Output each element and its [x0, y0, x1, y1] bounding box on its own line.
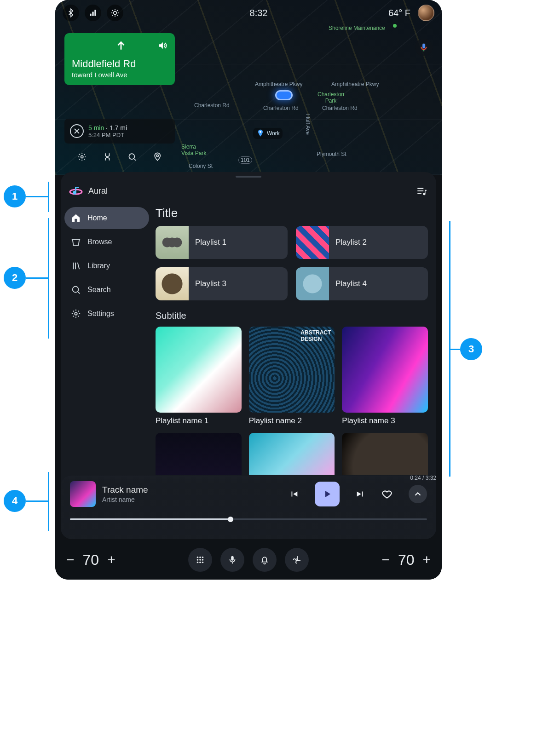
playlist-card[interactable] [249, 433, 335, 475]
expand-button[interactable] [409, 485, 427, 503]
temp-left: 70 [83, 552, 99, 569]
eta-line2: 5:24 PM PDT [88, 132, 127, 138]
bell-icon [260, 555, 270, 565]
map-label: Charleston Rd [263, 105, 299, 111]
content-area[interactable]: Title Playlist 1 Playlist 2 Playlist 3 P… [153, 204, 436, 475]
sidebar-item-library[interactable]: Library [64, 255, 149, 277]
svg-rect-3 [94, 10, 96, 16]
annotation-4-bracket [48, 472, 49, 531]
section-subtitle: Subtitle [156, 310, 428, 321]
voice-button[interactable] [415, 39, 433, 56]
annotation-2-line [26, 277, 48, 279]
playlist-tile[interactable]: Playlist 4 [296, 267, 428, 300]
gear-icon[interactable] [77, 152, 87, 162]
annotation-3-line [450, 349, 460, 350]
search-icon [71, 285, 81, 295]
svg-point-14 [202, 557, 204, 558]
pin-icon [256, 129, 265, 138]
progress-knob[interactable] [228, 517, 233, 522]
prev-button[interactable] [289, 489, 299, 499]
sound-on-icon[interactable] [157, 40, 167, 51]
close-nav-button[interactable] [70, 124, 84, 138]
device-frame: Shoreline Maintenance Amphitheatre Pkwy … [55, 0, 442, 580]
tile-label: Playlist 4 [329, 279, 367, 288]
playlist-card[interactable]: Playlist name 1 [156, 327, 242, 426]
status-bar: 8:32 64° F [55, 4, 442, 22]
nav-subtitle: toward Lowell Ave [72, 71, 167, 79]
tile-art [296, 226, 329, 259]
route-icon[interactable] [103, 152, 112, 162]
app-name: Aural [88, 186, 108, 196]
annotation-4-line [26, 500, 48, 502]
map-chip-work[interactable]: Work [253, 128, 283, 139]
annotation-1: 1 [4, 185, 26, 207]
library-icon [71, 261, 81, 271]
nav-street: Middlefield Rd [72, 58, 167, 70]
next-button[interactable] [355, 489, 365, 499]
section-title: Title [156, 206, 428, 220]
temp-down-left[interactable]: − [64, 552, 77, 568]
map-chip-label: Work [267, 130, 280, 137]
bluetooth-button[interactable] [63, 5, 79, 21]
search-icon[interactable] [127, 152, 137, 162]
svg-point-6 [129, 154, 134, 159]
brightness-button[interactable] [107, 5, 123, 21]
browse-icon [71, 237, 81, 247]
playlist-tile[interactable]: Playlist 2 [296, 226, 428, 259]
sidebar-item-browse[interactable]: Browse [64, 231, 149, 253]
skip-next-icon [355, 489, 365, 499]
map-label: Charleston Rd [322, 105, 358, 111]
temp-up-right[interactable]: + [420, 552, 433, 568]
playlist-card[interactable] [342, 433, 428, 475]
temp-down-right[interactable]: − [379, 552, 393, 568]
svg-point-13 [199, 557, 201, 558]
app-logo-icon [69, 184, 83, 198]
notifications-button[interactable] [253, 548, 277, 572]
sidebar-item-home[interactable]: Home [64, 207, 149, 229]
queue-icon [416, 185, 428, 197]
home-icon [71, 213, 81, 223]
card-label: Playlist name 1 [156, 416, 242, 426]
sidebar-item-settings[interactable]: Settings [64, 303, 149, 325]
sidebar-item-label: Search [87, 286, 111, 294]
svg-point-22 [296, 559, 298, 561]
artist-name: Artist name [102, 496, 148, 503]
playlist-card[interactable]: Playlist name 2 [249, 327, 335, 426]
map-label: Colony St [189, 163, 213, 169]
user-location [275, 90, 293, 100]
profile-avatar[interactable] [418, 5, 434, 21]
hvac-button[interactable] [285, 548, 309, 572]
nav-eta-bar[interactable]: 5 min · 1.7 mi 5:24 PM PDT [64, 119, 175, 144]
playlist-card[interactable]: Playlist name 3 [342, 327, 428, 426]
drag-handle[interactable] [236, 176, 261, 178]
svg-rect-8 [422, 44, 425, 48]
favorite-button[interactable] [381, 488, 393, 500]
annotation-1-bracket [48, 182, 49, 212]
track-name: Track name [102, 485, 148, 495]
sidebar-item-search[interactable]: Search [64, 279, 149, 301]
assistant-button[interactable] [220, 548, 244, 572]
annotation-2: 2 [4, 267, 26, 289]
queue-button[interactable] [416, 185, 428, 197]
playlist-tile[interactable]: Playlist 1 [156, 226, 288, 259]
progress-bar[interactable] [70, 515, 427, 523]
playlist-tile[interactable]: Playlist 3 [156, 267, 288, 300]
tile-label: Playlist 2 [329, 238, 367, 247]
clock: 8:32 [250, 8, 268, 18]
now-playing-meta[interactable]: Track name Artist name [102, 485, 148, 503]
nav-direction-card[interactable]: Middlefield Rd toward Lowell Ave [64, 33, 175, 85]
eta-line1: 5 min · 1.7 mi [88, 124, 127, 132]
tile-art [156, 226, 189, 259]
card-art [156, 433, 242, 475]
now-playing-art[interactable] [70, 481, 96, 507]
nav-rail: Home Browse Library Search [61, 204, 153, 475]
annotation-4: 4 [4, 490, 26, 512]
temp-up-left[interactable]: + [104, 552, 118, 568]
svg-point-18 [197, 562, 199, 564]
apps-button[interactable] [188, 548, 212, 572]
playlist-card[interactable] [156, 433, 242, 475]
location-pin-icon[interactable] [153, 152, 162, 162]
map-background[interactable]: Shoreline Maintenance Amphitheatre Pkwy … [55, 0, 442, 175]
signal-button[interactable] [85, 5, 101, 21]
play-button[interactable] [315, 482, 340, 506]
